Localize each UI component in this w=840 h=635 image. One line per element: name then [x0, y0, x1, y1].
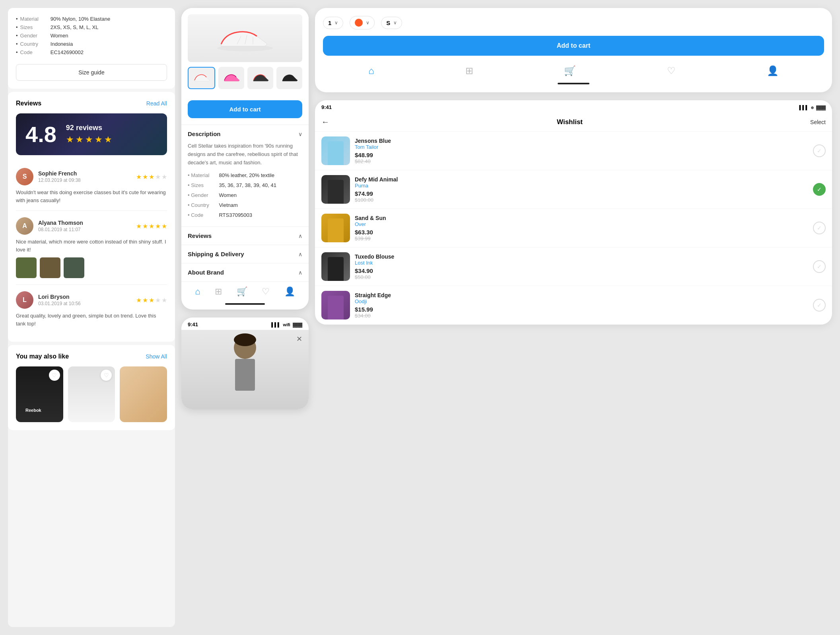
nav-profile-icon[interactable]: 👤 [284, 286, 295, 297]
thumbnail-2[interactable] [218, 67, 244, 89]
product-card-3[interactable] [120, 366, 167, 422]
tuxedo-body [328, 257, 344, 281]
nav-home-icon[interactable]: ⌂ [195, 286, 200, 297]
star-3: ★ [85, 134, 93, 145]
check-icon-straight: ✓ [817, 302, 822, 308]
reviewer-meta-1: Sophie French 12.03.2019 at 09:38 [38, 170, 131, 183]
desc-val-code: RTS37095003 [219, 211, 276, 220]
status-icons-2: ▌▌▌ wifi ▓▓▓ [271, 322, 302, 327]
also-like-section: You may also like Show All ♡ Reebok ♡ [8, 345, 175, 430]
wishlist-header: ← Wishlist Select [315, 113, 832, 132]
r2-star-3: ★ [149, 222, 154, 230]
check-icon-jensons: ✓ [817, 148, 822, 154]
desc-label-country: Country [188, 201, 209, 210]
star-4: ★ [95, 134, 103, 145]
attr-label-sizes: Sizes [16, 24, 39, 30]
wishlist-check-straight[interactable]: ✓ [813, 299, 826, 312]
bottom-nav-middle: ⌂ ⊞ 🛒 ♡ 👤 [181, 281, 309, 300]
thumbnail-3[interactable] [247, 67, 273, 89]
r1-star-4: ★ [155, 173, 161, 181]
read-all-link[interactable]: Read All [146, 100, 167, 107]
review-text-1: Wouldn't wear this doing exercise classe… [16, 189, 167, 204]
size-control[interactable]: S ∨ [381, 17, 402, 29]
nav-grid-icon[interactable]: ⊞ [215, 286, 222, 297]
product-card-heart-1[interactable]: ♡ [49, 370, 60, 381]
product-card-2[interactable]: ♡ [68, 366, 115, 422]
attr-val-code: EC142690002 [51, 49, 110, 55]
wishlist-check-jensons[interactable]: ✓ [813, 144, 826, 157]
attr-val-sizes: 2XS, XS, S, M, L, XL [51, 24, 110, 30]
wishlist-item-brand-jensons: Tom Tailor [355, 144, 808, 150]
accordion-brand-header[interactable]: About Brand ∧ [188, 269, 302, 276]
nav-cart-icon[interactable]: 🛒 [237, 286, 247, 297]
desc-val-country: Vietnam [219, 201, 276, 210]
bnav-cart-icon[interactable]: 🛒 [564, 65, 576, 76]
attr-val-country: Indonesia [51, 41, 110, 47]
add-to-cart-main-button[interactable]: Add to cart [323, 36, 824, 56]
wishlist-item-price-sand: $63.30 [355, 229, 808, 236]
wishlist-item-brand-defy: Puma [355, 183, 808, 189]
bnav-profile-icon[interactable]: 👤 [767, 65, 779, 76]
thumbnail-4[interactable] [276, 67, 302, 89]
review-img-3 [64, 257, 84, 278]
brand-chevron-icon: ∧ [298, 269, 302, 276]
reviews-title: Reviews [16, 100, 41, 107]
accordion-description-header[interactable]: Description ∨ [188, 131, 302, 137]
also-like-grid: ♡ Reebok ♡ [16, 366, 167, 422]
product-card-heart-2[interactable]: ♡ [101, 370, 112, 381]
also-like-header: You may also like Show All [16, 353, 167, 360]
accordion-shipping-header[interactable]: Shipping & Delivery ∧ [188, 251, 302, 257]
wishlist-item-jensons: Jensons Blue Tom Tailor $48.99 $82.40 ✓ [315, 132, 832, 170]
sand-body [328, 218, 344, 242]
thumbnail-row [188, 67, 302, 89]
review-item-3: L Lori Bryson 03.01.2019 at 10:56 ★ ★ ★ … [16, 285, 167, 334]
accordion-reviews-header[interactable]: Reviews ∧ [188, 232, 302, 239]
tuxedo-figure [321, 252, 350, 281]
shipping-accordion-title: Shipping & Delivery [188, 251, 244, 257]
wishlist-check-tuxedo[interactable]: ✓ [813, 260, 826, 273]
modal-close-button[interactable]: ✕ [296, 335, 302, 343]
wishlist-item-name-jensons: Jensons Blue [355, 138, 808, 144]
reviews-chevron-icon: ∧ [298, 233, 302, 239]
bnav-heart-icon[interactable]: ♡ [667, 65, 676, 76]
jensons-figure [321, 136, 350, 165]
r1-star-5: ★ [161, 173, 167, 181]
thumb-shoe-3 [252, 72, 269, 84]
controls-row: 1 ∨ ∨ S ∨ [323, 16, 824, 29]
review-item-1: S Sophie French 12.03.2019 at 09:38 ★ ★ … [16, 162, 167, 211]
size-guide-button[interactable]: Size guide [16, 64, 167, 81]
r3-star-4: ★ [155, 296, 161, 304]
reviews-header: Reviews Read All [16, 100, 167, 107]
wishlist-item-img-defy [321, 175, 350, 204]
wishlist-select-button[interactable]: Select [810, 119, 826, 125]
r3-star-5: ★ [161, 296, 167, 304]
wishlist-check-sand[interactable]: ✓ [813, 222, 826, 234]
quantity-control[interactable]: 1 ∨ [323, 17, 343, 29]
reviewer-date-3: 03.01.2019 at 10:56 [38, 301, 131, 306]
thumbnail-1[interactable] [188, 67, 215, 89]
wishlist-item-info-jensons: Jensons Blue Tom Tailor $48.99 $82.40 [355, 138, 808, 164]
accordion-shipping: Shipping & Delivery ∧ [181, 245, 309, 263]
rating-stars: ★ ★ ★ ★ ★ [66, 134, 112, 145]
product-card-1[interactable]: ♡ Reebok [16, 366, 63, 422]
r3-star-1: ★ [136, 296, 142, 304]
bnav-grid-icon[interactable]: ⊞ [465, 65, 473, 76]
svg-rect-2 [235, 359, 255, 391]
wishlist-item-brand-straight: Oodji [355, 298, 808, 304]
r2-star-1: ★ [136, 222, 142, 230]
phone-mockup-1: Add to cart Description ∨ Cell Stellar t… [181, 8, 309, 310]
color-control[interactable]: ∨ [350, 16, 375, 29]
reviewer-name-3: Lori Bryson [38, 294, 131, 300]
nav-heart-icon[interactable]: ♡ [262, 286, 270, 297]
wishlist-back-button[interactable]: ← [321, 117, 329, 127]
bottom-nav-right: ⌂ ⊞ 🛒 ♡ 👤 [323, 62, 824, 80]
bnav-home-icon[interactable]: ⌂ [368, 65, 374, 76]
wishlist-item-defy: Defy Mid Animal Puma $74.99 $100.00 ✓ [315, 170, 832, 209]
show-all-link[interactable]: Show All [146, 353, 167, 360]
r1-star-2: ★ [142, 173, 148, 181]
wishlist-check-defy[interactable]: ✓ [813, 183, 826, 196]
desc-val-sizes: 35, 36, 37, 38, 39, 40, 41 [219, 181, 276, 190]
add-to-cart-button-middle[interactable]: Add to cart [188, 100, 302, 118]
right-panel: 1 ∨ ∨ S ∨ Add to cart ⌂ ⊞ 🛒 ♡ 👤 [315, 8, 832, 627]
nav-bar-right [558, 83, 589, 84]
